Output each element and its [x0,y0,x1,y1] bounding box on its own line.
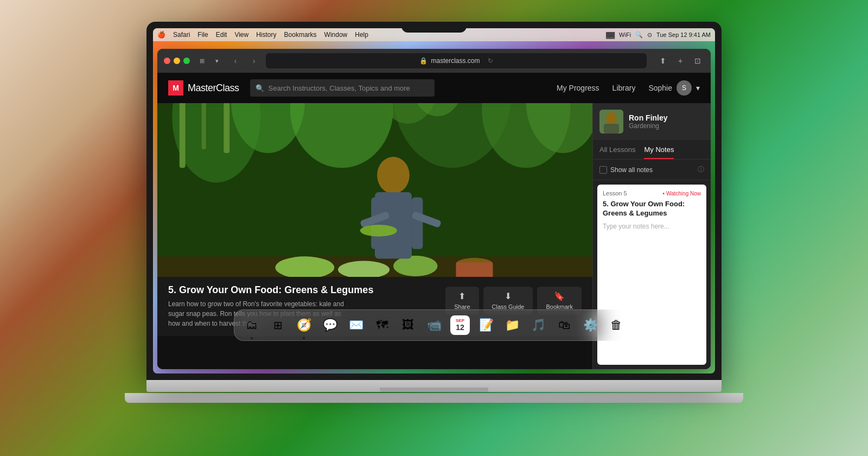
trash-icon: 🗑 [610,318,622,332]
messages-icon: 💬 [323,318,337,332]
mc-search-bar[interactable]: 🔍 Search Instructors, Classes, Topics an… [250,79,435,97]
dock: 🗂 ⊞ 🧭 💬 ✉️ 🗺 [234,309,634,341]
video-background [157,103,592,277]
instructor-name: Ron Finley [629,113,668,122]
menubar-bookmarks[interactable]: Bookmarks [284,31,317,39]
maximize-button[interactable] [183,58,190,64]
maps-icon: 🗺 [376,318,388,332]
finder-icon: 🗂 [246,318,258,332]
menubar-edit[interactable]: Edit [216,31,227,39]
user-avatar: S [676,80,692,96]
notes-input[interactable]: Type your notes here... [603,223,701,230]
mail-icon: ✉️ [349,318,363,332]
dock-finder[interactable]: 🗂 [240,313,264,337]
svg-point-27 [360,225,397,237]
url-display: masterclass.com [431,57,480,65]
laptop-frame: 🍎 Safari File Edit View History Bookmark… [146,22,722,434]
tab-bar: ⊞ ▾ [195,54,224,67]
menubar-history[interactable]: History [256,31,276,39]
dock-safari[interactable]: 🧭 [292,313,316,337]
reload-icon[interactable]: ↻ [488,57,493,65]
lesson-header: Lesson 5 • Watching Now [603,190,701,197]
show-all-notes-label: Show all notes [610,166,694,174]
music-icon: 🎵 [531,318,546,332]
dock-messages[interactable]: 💬 [318,313,342,337]
svg-rect-7 [180,103,186,168]
appstore-icon: 🛍 [558,318,570,332]
video-player[interactable] [157,103,592,277]
notes-show-all-row: Show all notes ⓘ [593,160,711,180]
dock-music[interactable]: 🎵 [526,313,550,337]
menubar-window[interactable]: Window [324,31,348,39]
files-icon: 📁 [505,318,520,332]
mc-logo: M MasterClass [168,80,239,96]
browser-chrome: ⊞ ▾ ‹ › 🔒 masterclass.com ↻ ⬆ + ⊡ [157,49,711,73]
svg-rect-9 [202,103,206,149]
svg-rect-31 [604,124,619,134]
svg-rect-20 [456,262,493,277]
search-placeholder: Search Instructors, Classes, Topics and … [269,84,410,92]
facetime-icon: 📹 [427,318,442,332]
lesson-title-notes: 5. Grow Your Own Food: Greens & Legumes [603,200,701,218]
menubar-left: 🍎 Safari File Edit View History Bookmark… [157,31,368,39]
forward-button[interactable]: › [247,54,260,67]
dock-notes-app[interactable]: 📝 [474,313,498,337]
apple-menu[interactable]: 🍎 [157,31,165,39]
search-menubar-icon[interactable]: 🔍 [635,31,643,39]
tab-down-icon[interactable]: ▾ [210,54,224,67]
tab-grid-icon[interactable]: ⊞ [195,54,208,67]
instructor-avatar [599,110,623,134]
menubar-help[interactable]: Help [355,31,368,39]
mc-logo-text[interactable]: MasterClass [188,83,239,94]
my-progress-link[interactable]: My Progress [557,84,599,92]
dock-photos[interactable]: 🖼 [396,313,420,337]
siri-icon[interactable]: ⊙ [647,31,652,39]
bookmark-icon: 🔖 [554,291,565,301]
notes-info-icon[interactable]: ⓘ [698,165,704,174]
close-button[interactable] [164,58,170,64]
watching-dot: • [662,191,665,197]
mc-logo-icon: M [168,80,183,96]
dock-calendar[interactable]: SEP 12 [448,313,472,337]
lesson-watching-badge: • Watching Now [662,191,701,197]
show-all-notes-checkbox[interactable] [599,166,607,174]
user-menu[interactable]: Sophie S ▾ [648,80,700,96]
dock-dot-safari [303,337,305,339]
safari-icon: 🧭 [297,318,311,332]
library-link[interactable]: Library [612,84,636,92]
wifi-icon: WiFi [619,31,631,38]
dock-maps[interactable]: 🗺 [370,313,394,337]
menubar-file[interactable]: File [197,31,208,39]
new-tab-button[interactable]: + [674,54,687,67]
launchpad-icon: ⊞ [273,319,283,332]
back-button[interactable]: ‹ [229,54,242,67]
dock-trash[interactable]: 🗑 [604,313,628,337]
tab-my-notes[interactable]: My Notes [644,145,674,159]
instructor-header: Ron Finley Gardening [593,103,711,140]
dock-launchpad[interactable]: ⊞ [266,313,290,337]
share-browser-button[interactable]: ⬆ [656,54,669,67]
tab-all-lessons[interactable]: All Lessons [599,145,635,159]
menubar-safari[interactable]: Safari [173,31,190,39]
dock-settings[interactable]: ⚙️ [578,313,602,337]
lock-icon: 🔒 [419,57,427,65]
dock-facetime[interactable]: 📹 [422,313,446,337]
dock-mail[interactable]: ✉️ [344,313,368,337]
share-icon: ⬆ [458,291,465,301]
lesson-number: Lesson 5 [603,190,627,197]
dock-dot [251,337,253,339]
photos-icon: 🖼 [402,318,414,332]
user-chevron-icon: ▾ [696,84,700,92]
settings-icon: ⚙️ [583,318,598,332]
mc-nav-right: My Progress Library Sophie S ▾ [557,80,700,96]
datetime-display: Tue Sep 12 9:41 AM [656,31,711,38]
notes-tabs: All Lessons My Notes [593,140,711,160]
minimize-button[interactable] [174,58,180,64]
instructor-subject: Gardening [629,122,668,130]
menubar-view[interactable]: View [234,31,248,39]
dock-appstore[interactable]: 🛍 [552,313,576,337]
sidebar-browser-button[interactable]: ⊡ [691,54,704,67]
dock-files[interactable]: 📁 [500,313,524,337]
address-bar[interactable]: 🔒 masterclass.com ↻ [266,53,647,68]
screen-bezel: 🍎 Safari File Edit View History Bookmark… [146,22,722,380]
